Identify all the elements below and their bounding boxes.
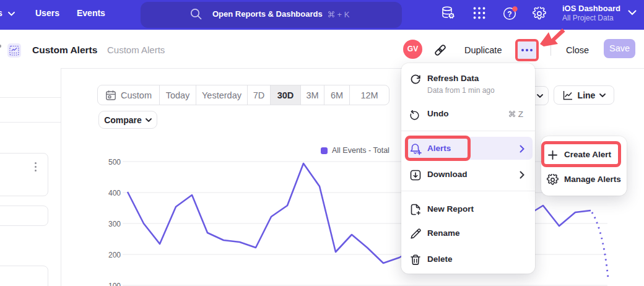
svg-text:?: ? <box>507 10 511 19</box>
